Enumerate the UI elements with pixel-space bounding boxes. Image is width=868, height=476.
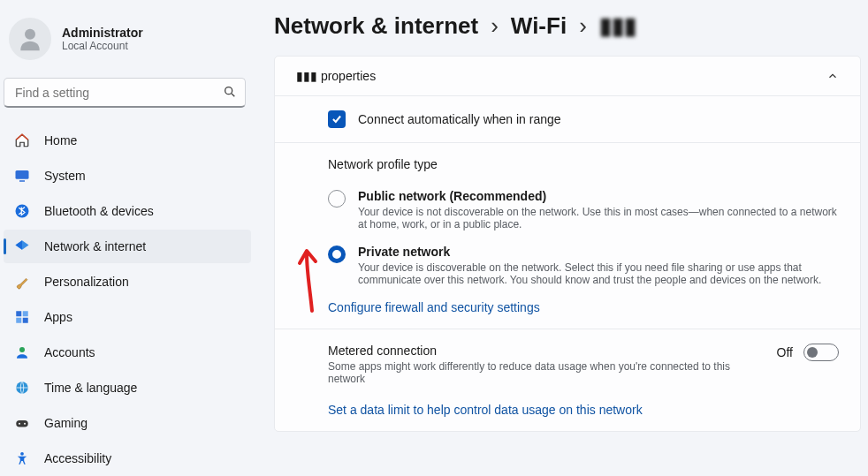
brush-icon [14, 274, 30, 290]
radio-private-label: Private network [358, 245, 839, 259]
sidebar-item-label: Accounts [44, 345, 95, 359]
user-block[interactable]: Administrator Local Account [0, 11, 251, 74]
connect-auto-checkbox[interactable] [328, 110, 346, 128]
radio-public[interactable] [328, 190, 346, 208]
avatar [9, 18, 51, 60]
profile-section: Network profile type Public network (Rec… [275, 143, 860, 329]
sidebar-item-time-language[interactable]: Time & language [4, 371, 251, 404]
radio-public-desc: Your device is not discoverable on the n… [358, 206, 839, 230]
search-icon [223, 85, 237, 99]
metered-title: Metered connection [328, 344, 759, 358]
chevron-icon: › [579, 12, 587, 40]
accessibility-icon [14, 450, 30, 466]
radio-private[interactable] [328, 246, 346, 263]
svg-rect-9 [23, 318, 28, 323]
metered-desc: Some apps might work differently to redu… [328, 360, 759, 385]
account-icon [14, 344, 30, 360]
sidebar-item-apps[interactable]: Apps [4, 300, 251, 334]
sidebar-item-label: Bluetooth & devices [44, 204, 154, 218]
metered-text: Metered connection Some apps might work … [328, 344, 759, 385]
connect-auto-section: Connect automatically when in range [275, 96, 860, 143]
sidebar-item-home[interactable]: Home [4, 124, 251, 157]
sidebar-item-label: Network & internet [44, 239, 146, 253]
wifi-icon [14, 238, 30, 254]
sidebar-item-label: Accessibility [44, 451, 111, 465]
user-subtitle: Local Account [62, 40, 143, 52]
chevron-icon: › [491, 12, 499, 40]
sidebar-item-label: Gaming [44, 416, 88, 430]
radio-public-text: Public network (Recommended) Your device… [358, 189, 839, 230]
nav-list: Home System Bluetooth & devices Network … [0, 124, 251, 475]
svg-point-10 [19, 347, 25, 352]
user-text: Administrator Local Account [62, 26, 143, 52]
svg-point-5 [16, 205, 29, 218]
radio-private-text: Private network Your device is discovera… [358, 245, 839, 286]
home-icon [14, 132, 30, 148]
sidebar-item-label: Home [44, 133, 77, 147]
data-limit-link[interactable]: Set a data limit to help control data us… [328, 403, 643, 417]
sidebar-item-gaming[interactable]: Gaming [4, 406, 251, 440]
firewall-link[interactable]: Configure firewall and security settings [328, 300, 540, 314]
sidebar-item-system[interactable]: System [4, 159, 251, 193]
metered-toggle-wrap: Off [777, 344, 839, 361]
metered-toggle[interactable] [803, 344, 839, 361]
apps-icon [14, 309, 30, 325]
metered-toggle-state: Off [777, 345, 793, 359]
sidebar-column: Administrator Local Account Home System … [0, 0, 256, 476]
system-icon [14, 168, 30, 184]
svg-rect-7 [23, 311, 28, 316]
globe-icon [14, 380, 30, 396]
breadcrumb-current: ▮▮▮ [599, 12, 636, 40]
search-wrap [4, 78, 246, 108]
profile-heading: Network profile type [328, 157, 839, 171]
chevron-up-icon [826, 70, 839, 82]
radio-private-row[interactable]: Private network Your device is discovera… [328, 245, 839, 286]
svg-line-2 [232, 94, 234, 96]
breadcrumb: Network & internet › Wi-Fi › ▮▮▮ [274, 12, 861, 40]
sidebar-item-label: Time & language [44, 381, 137, 395]
connect-auto-row[interactable]: Connect automatically when in range [328, 110, 839, 128]
metered-row: Metered connection Some apps might work … [328, 344, 839, 385]
main-column: Network & internet › Wi-Fi › ▮▮▮ ▮▮▮ pro… [256, 0, 868, 476]
search-input[interactable] [4, 78, 246, 108]
svg-point-1 [225, 87, 232, 94]
sidebar-item-label: Apps [44, 310, 72, 324]
svg-rect-4 [19, 180, 25, 182]
radio-public-row[interactable]: Public network (Recommended) Your device… [328, 189, 839, 230]
panel-title: ▮▮▮ properties [296, 69, 376, 83]
gaming-icon [14, 415, 30, 431]
sidebar-item-accounts[interactable]: Accounts [4, 336, 251, 369]
connect-auto-label: Connect automatically when in range [358, 112, 561, 126]
properties-panel: ▮▮▮ properties Connect automatically whe… [274, 56, 861, 432]
svg-rect-6 [16, 311, 21, 316]
sidebar-item-label: Personalization [44, 275, 129, 289]
sidebar-item-accessibility[interactable]: Accessibility [4, 442, 251, 475]
annotation-arrow-icon [287, 247, 331, 318]
user-name: Administrator [62, 26, 143, 40]
svg-rect-12 [16, 420, 28, 427]
svg-rect-3 [16, 170, 29, 179]
breadcrumb-network[interactable]: Network & internet [274, 12, 478, 40]
sidebar-item-bluetooth[interactable]: Bluetooth & devices [4, 194, 251, 228]
panel-header[interactable]: ▮▮▮ properties [275, 57, 860, 96]
radio-public-label: Public network (Recommended) [358, 189, 839, 203]
svg-rect-8 [16, 318, 21, 323]
sidebar-item-network[interactable]: Network & internet [4, 230, 251, 263]
svg-point-14 [24, 423, 26, 425]
svg-point-13 [19, 423, 20, 425]
bluetooth-icon [14, 203, 30, 219]
svg-point-0 [25, 29, 35, 40]
radio-private-desc: Your device is discoverable on the netwo… [358, 261, 839, 286]
sidebar-item-label: System [44, 169, 86, 183]
check-icon [331, 113, 343, 125]
svg-point-15 [20, 452, 24, 456]
person-icon [16, 25, 44, 53]
metered-section: Metered connection Some apps might work … [275, 329, 860, 431]
breadcrumb-wifi[interactable]: Wi-Fi [511, 12, 567, 40]
sidebar-item-personalization[interactable]: Personalization [4, 265, 251, 298]
